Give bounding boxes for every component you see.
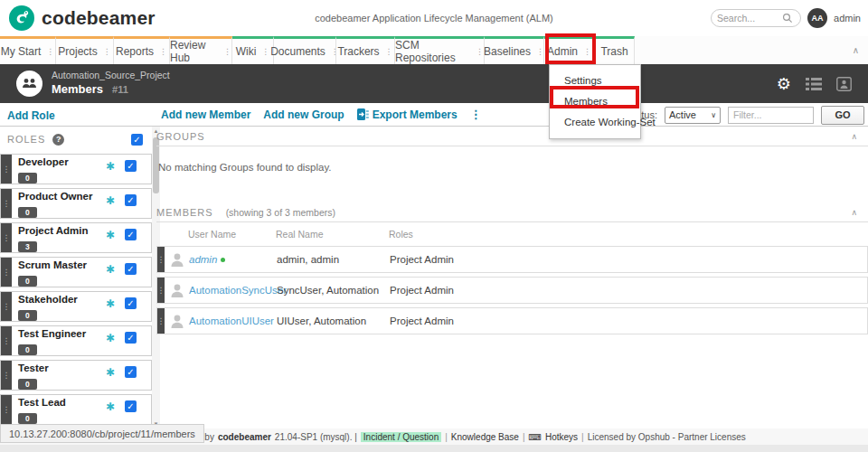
role-checkbox[interactable]: ✓: [125, 229, 137, 240]
tabbar-collapse-icon[interactable]: ∧: [853, 45, 859, 55]
permissions-icon[interactable]: ✱: [106, 332, 115, 344]
tab-menu-icon[interactable]: ⋮: [261, 47, 269, 56]
permissions-icon[interactable]: ✱: [106, 297, 115, 310]
knowledge-base-link[interactable]: Knowledge Base: [451, 432, 519, 442]
column-user-name: User Name: [188, 229, 276, 240]
tab-scm-repositories[interactable]: SCM Repositories⋮: [395, 36, 485, 64]
tab-menu-icon[interactable]: ⋮: [536, 47, 544, 56]
drag-handle-icon[interactable]: ⋮: [1, 395, 12, 424]
tab-reports[interactable]: Reports⋮: [114, 36, 170, 64]
permissions-icon[interactable]: ✱: [106, 366, 115, 379]
add-new-group-link[interactable]: Add new Group: [263, 108, 344, 121]
search-icon[interactable]: [782, 13, 793, 24]
tab-menu-icon[interactable]: ⋮: [476, 47, 484, 56]
user-avatar[interactable]: AA: [807, 8, 827, 28]
tab-wiki[interactable]: Wiki⋮: [232, 36, 274, 64]
role-checkbox[interactable]: ✓: [125, 263, 137, 275]
member-roles: Project Admin: [390, 254, 867, 265]
menu-item-create-working-set[interactable]: Create Working-Set: [550, 112, 640, 133]
role-item-test-engineer: ⋮ Test Engineer0 ✱ ✓: [0, 325, 152, 356]
help-icon[interactable]: ?: [52, 134, 64, 146]
role-status-select[interactable]: Active ∨: [665, 107, 721, 124]
tab-menu-icon[interactable]: ⋮: [223, 47, 231, 56]
drag-handle-icon[interactable]: ⋮: [1, 326, 12, 355]
role-item-tester: ⋮ Tester0 ✱ ✓: [0, 360, 152, 391]
drag-handle-icon[interactable]: ⋮: [157, 278, 165, 303]
tab-menu-icon[interactable]: ⋮: [46, 47, 54, 56]
tab-my-start[interactable]: My Start⋮: [0, 36, 56, 64]
tab-menu-icon[interactable]: ⋮: [583, 47, 591, 56]
tab-documents[interactable]: Documents⋮: [274, 36, 336, 64]
drag-handle-icon[interactable]: ⋮: [157, 308, 165, 334]
members-group-icon: [22, 78, 37, 89]
members-count-text: (showing 3 of 3 members): [226, 207, 335, 218]
roles-sidebar: ROLES ? ✓ ⋮ Developer0 ✱ ✓ ⋮ Product Own…: [0, 127, 152, 428]
member-real-name: UIUser, Automation: [277, 315, 390, 326]
menu-item-members[interactable]: Members: [550, 91, 640, 112]
add-role-link[interactable]: Add Role: [7, 109, 55, 122]
go-button[interactable]: GO: [821, 106, 864, 125]
role-checkbox[interactable]: ✓: [125, 366, 137, 378]
permissions-icon[interactable]: ✱: [106, 263, 115, 276]
search-input[interactable]: [717, 13, 782, 24]
permissions-icon[interactable]: ✱: [106, 160, 115, 173]
hotkeys-link[interactable]: Hotkeys: [545, 432, 578, 442]
member-avatar-icon: [169, 282, 185, 298]
menu-item-settings[interactable]: Settings: [550, 71, 640, 91]
role-checkbox[interactable]: ✓: [125, 297, 137, 309]
filter-input[interactable]: [728, 107, 814, 124]
tab-baselines[interactable]: Baselines⋮: [485, 36, 544, 64]
collapse-members-icon[interactable]: ∧: [851, 208, 857, 217]
member-username-link[interactable]: admin: [189, 254, 277, 265]
incident-question-link[interactable]: Incident / Question: [361, 432, 441, 442]
portrait-icon[interactable]: [836, 77, 852, 91]
tab-review-hub[interactable]: Review Hub⋮: [170, 36, 232, 64]
drag-handle-icon[interactable]: ⋮: [1, 258, 12, 287]
tab-trackers[interactable]: Trackers⋮: [336, 36, 395, 64]
tab-projects[interactable]: Projects⋮: [56, 36, 114, 64]
logo[interactable]: codebeamer: [0, 5, 156, 31]
permissions-icon[interactable]: ✱: [106, 194, 115, 207]
permissions-icon[interactable]: ✱: [106, 400, 115, 413]
drag-handle-icon[interactable]: ⋮: [1, 223, 12, 252]
member-username-link[interactable]: AutomationSyncUser: [189, 285, 277, 296]
export-icon: [357, 108, 369, 120]
tab-trash[interactable]: Trash: [595, 36, 635, 64]
export-members-link[interactable]: Export Members: [357, 108, 458, 121]
role-checkbox[interactable]: ✓: [125, 332, 137, 344]
tab-admin[interactable]: Admin⋮: [544, 36, 595, 64]
members-title: MEMBERS: [156, 207, 213, 218]
project-avatar[interactable]: [16, 71, 42, 97]
role-checkbox[interactable]: ✓: [125, 194, 137, 206]
drag-handle-icon[interactable]: ⋮: [1, 189, 12, 218]
global-search[interactable]: [711, 9, 801, 27]
member-avatar-icon: [169, 313, 185, 329]
top-bar: codebeamer codebeamer Application Lifecy…: [0, 0, 868, 36]
add-new-member-link[interactable]: Add new Member: [161, 108, 250, 121]
tab-menu-icon[interactable]: ⋮: [103, 47, 111, 56]
drag-handle-icon[interactable]: ⋮: [1, 155, 12, 184]
gear-icon[interactable]: ⚙: [777, 76, 791, 92]
role-checkbox[interactable]: ✓: [125, 160, 137, 172]
role-checkbox[interactable]: ✓: [125, 400, 137, 412]
user-name[interactable]: admin: [834, 13, 861, 24]
drag-handle-icon[interactable]: ⋮: [1, 361, 12, 390]
more-actions-icon[interactable]: ⋮: [470, 108, 482, 121]
members-table-header: User Name Real Name Roles: [156, 222, 868, 246]
member-avatar-icon: [169, 251, 185, 268]
groups-title: GROUPS: [156, 131, 205, 142]
role-count-badge: 0: [18, 207, 37, 218]
collapse-groups-icon[interactable]: ∧: [851, 132, 857, 141]
tab-menu-icon[interactable]: ⋮: [159, 47, 167, 56]
roles-select-all-checkbox[interactable]: ✓: [131, 134, 143, 146]
chevron-down-icon: ∨: [711, 111, 716, 119]
permissions-icon[interactable]: ✱: [106, 229, 115, 241]
project-name[interactable]: Automation_Source_Project: [52, 70, 170, 80]
role-item-product-owner: ⋮ Product Owner0 ✱ ✓: [0, 188, 152, 219]
list-view-icon[interactable]: [806, 78, 822, 90]
member-real-name: admin, admin: [277, 254, 390, 265]
tab-menu-icon[interactable]: ⋮: [385, 47, 393, 56]
drag-handle-icon[interactable]: ⋮: [157, 247, 165, 272]
drag-handle-icon[interactable]: ⋮: [1, 292, 12, 321]
member-username-link[interactable]: AutomationUIUser: [189, 315, 277, 326]
